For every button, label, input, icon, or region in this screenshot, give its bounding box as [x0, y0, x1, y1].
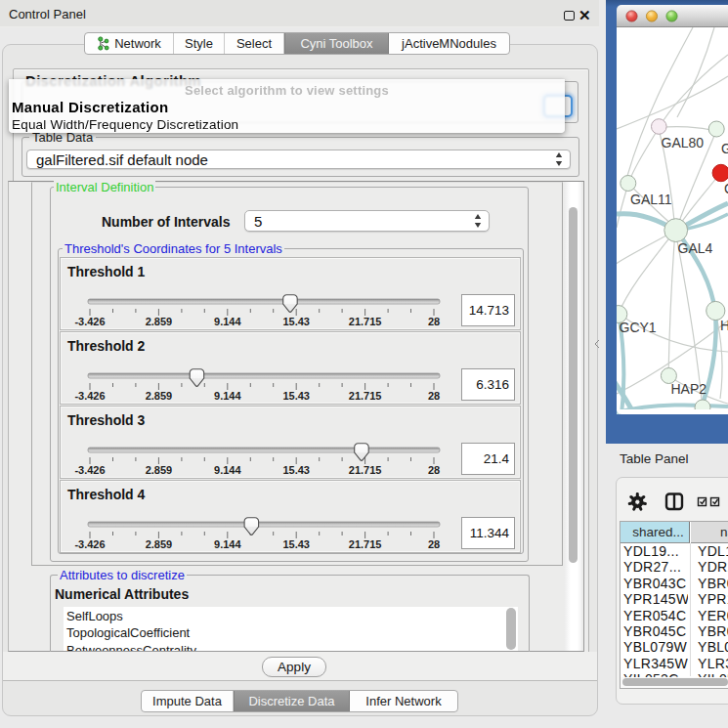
- svg-text:9.144: 9.144: [214, 538, 241, 550]
- svg-text:-3.426: -3.426: [74, 316, 105, 327]
- svg-text:15.43: 15.43: [282, 464, 310, 476]
- svg-text:GAL11: GAL11: [630, 192, 672, 207]
- svg-text:-3.426: -3.426: [74, 464, 105, 476]
- svg-text:9.144: 9.144: [214, 464, 241, 476]
- svg-text:15.43: 15.43: [282, 538, 310, 550]
- svg-text:2.859: 2.859: [146, 464, 173, 476]
- svg-text:28: 28: [428, 464, 440, 476]
- svg-text:28: 28: [428, 390, 440, 402]
- svg-text:15.43: 15.43: [282, 390, 310, 402]
- svg-text:21.715: 21.715: [349, 390, 382, 402]
- svg-text:28: 28: [428, 538, 440, 550]
- svg-text:-3.426: -3.426: [74, 538, 105, 550]
- svg-text:GCY1: GCY1: [620, 320, 657, 335]
- svg-text:15.43: 15.43: [282, 316, 310, 327]
- svg-text:G..: G..: [721, 141, 728, 156]
- svg-text:9.144: 9.144: [214, 316, 241, 327]
- svg-text:28: 28: [428, 316, 440, 327]
- svg-text:-3.426: -3.426: [74, 390, 105, 402]
- svg-text:21.715: 21.715: [349, 316, 382, 327]
- svg-text:HAP2: HAP2: [671, 381, 707, 397]
- svg-text:9.144: 9.144: [214, 390, 241, 402]
- svg-text:H: H: [720, 318, 728, 333]
- svg-text:2.859: 2.859: [146, 390, 173, 402]
- svg-text:GAL4: GAL4: [678, 240, 713, 256]
- svg-text:21.715: 21.715: [349, 464, 382, 476]
- svg-text:2.859: 2.859: [146, 538, 173, 550]
- svg-text:2.859: 2.859: [146, 316, 173, 327]
- svg-text:21.715: 21.715: [349, 538, 382, 550]
- svg-text:C..: C..: [724, 181, 728, 196]
- svg-text:GAL80: GAL80: [662, 135, 705, 150]
